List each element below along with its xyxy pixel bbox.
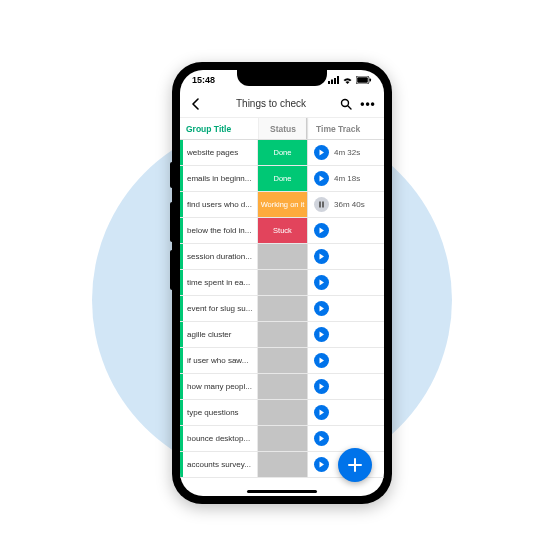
status-cell[interactable]: Done (258, 140, 308, 165)
play-button[interactable] (314, 457, 329, 472)
status-cell[interactable]: Stuck (258, 218, 308, 243)
task-cell[interactable]: accounts survey... (183, 452, 258, 477)
time-cell (308, 270, 384, 295)
screen: 15:48 Things to check ••• Group Title St… (180, 70, 384, 496)
play-button[interactable] (314, 301, 329, 316)
time-value: 4m 32s (334, 148, 360, 157)
play-button[interactable] (314, 223, 329, 238)
table-row[interactable]: emails in beginn...Done4m 18s (180, 166, 384, 192)
task-cell[interactable]: bounce desktop... (183, 426, 258, 451)
time-cell (308, 322, 384, 347)
table-row[interactable]: agille cluster (180, 322, 384, 348)
status-cell[interactable] (258, 452, 308, 477)
time-cell (308, 244, 384, 269)
search-button[interactable] (338, 96, 354, 112)
table-row[interactable]: find users who d...Working on it36m 40s (180, 192, 384, 218)
play-icon (318, 175, 325, 182)
play-button[interactable] (314, 145, 329, 160)
table-row[interactable]: below the fold in...Stuck (180, 218, 384, 244)
nav-bar: Things to check ••• (180, 90, 384, 118)
plus-icon (347, 457, 363, 473)
table-row[interactable]: event for slug su... (180, 296, 384, 322)
play-icon (318, 383, 325, 390)
table-row[interactable]: website pagesDone4m 32s (180, 140, 384, 166)
time-cell: 4m 18s (308, 166, 384, 191)
status-cell[interactable] (258, 426, 308, 451)
task-cell[interactable]: emails in beginn... (183, 166, 258, 191)
play-button[interactable] (314, 431, 329, 446)
svg-line-8 (348, 106, 351, 109)
task-list[interactable]: website pagesDone4m 32semails in beginn.… (180, 140, 384, 496)
svg-rect-2 (334, 78, 336, 84)
play-button[interactable] (314, 353, 329, 368)
task-cell[interactable]: time spent in ea... (183, 270, 258, 295)
svg-rect-6 (370, 79, 372, 82)
play-icon (318, 279, 325, 286)
task-cell[interactable]: below the fold in... (183, 218, 258, 243)
more-button[interactable]: ••• (360, 96, 376, 112)
time-value: 36m 40s (334, 200, 365, 209)
table-row[interactable]: how many peopl... (180, 374, 384, 400)
clock: 15:48 (192, 75, 215, 85)
table-row[interactable]: session duration... (180, 244, 384, 270)
add-button[interactable] (338, 448, 372, 482)
play-button[interactable] (314, 275, 329, 290)
back-button[interactable] (188, 96, 204, 112)
time-cell: 36m 40s (308, 192, 384, 217)
task-cell[interactable]: if user who saw... (183, 348, 258, 373)
svg-rect-9 (319, 202, 321, 208)
status-cell[interactable] (258, 400, 308, 425)
play-icon (318, 409, 325, 416)
play-button[interactable] (314, 379, 329, 394)
play-button[interactable] (314, 327, 329, 342)
task-cell[interactable]: find users who d... (183, 192, 258, 217)
phone-frame: 15:48 Things to check ••• Group Title St… (172, 62, 392, 504)
status-cell[interactable] (258, 322, 308, 347)
column-header-row: Group Title Status Time Track (180, 118, 384, 140)
svg-rect-5 (357, 77, 368, 83)
table-row[interactable]: time spent in ea... (180, 270, 384, 296)
table-row[interactable]: if user who saw... (180, 348, 384, 374)
battery-icon (356, 76, 372, 84)
play-icon (318, 149, 325, 156)
column-header-status[interactable]: Status (258, 118, 308, 139)
play-icon (318, 331, 325, 338)
svg-rect-1 (331, 80, 333, 85)
svg-rect-10 (322, 202, 324, 208)
play-icon (318, 357, 325, 364)
play-button[interactable] (314, 249, 329, 264)
time-cell (308, 296, 384, 321)
task-cell[interactable]: website pages (183, 140, 258, 165)
page-title: Things to check (210, 98, 332, 109)
svg-rect-0 (328, 81, 330, 84)
pause-button[interactable] (314, 197, 329, 212)
search-icon (340, 98, 352, 110)
status-cell[interactable] (258, 296, 308, 321)
column-header-group[interactable]: Group Title (180, 118, 258, 139)
task-cell[interactable]: how many peopl... (183, 374, 258, 399)
play-icon (318, 227, 325, 234)
column-header-time[interactable]: Time Track (308, 118, 384, 139)
time-cell (308, 348, 384, 373)
pause-icon (318, 201, 325, 208)
status-cell[interactable]: Done (258, 166, 308, 191)
task-cell[interactable]: type questions (183, 400, 258, 425)
wifi-icon (342, 76, 353, 84)
task-cell[interactable]: event for slug su... (183, 296, 258, 321)
status-indicators (328, 76, 372, 84)
svg-point-7 (342, 99, 349, 106)
play-button[interactable] (314, 405, 329, 420)
status-cell[interactable] (258, 374, 308, 399)
signal-icon (328, 76, 339, 84)
status-cell[interactable] (258, 348, 308, 373)
task-cell[interactable]: agille cluster (183, 322, 258, 347)
time-cell (308, 426, 384, 451)
time-value: 4m 18s (334, 174, 360, 183)
status-cell[interactable]: Working on it (258, 192, 308, 217)
play-button[interactable] (314, 171, 329, 186)
status-cell[interactable] (258, 270, 308, 295)
chevron-left-icon (191, 98, 201, 110)
task-cell[interactable]: session duration... (183, 244, 258, 269)
status-cell[interactable] (258, 244, 308, 269)
table-row[interactable]: type questions (180, 400, 384, 426)
